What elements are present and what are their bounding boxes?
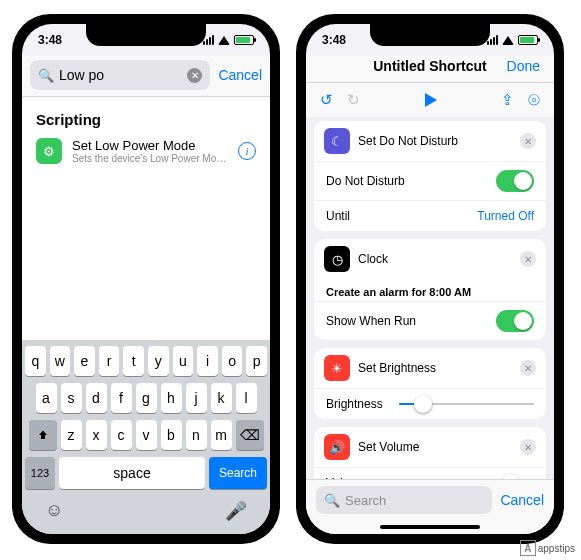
undo-icon[interactable]: ↺ [320, 91, 333, 109]
status-time: 3:48 [38, 33, 62, 47]
moon-icon: ☾ [324, 128, 350, 154]
cancel-button[interactable]: Cancel [500, 492, 544, 508]
search-result-row[interactable]: ⚙ Set Low Power Mode Sets the device's L… [36, 138, 256, 164]
key-j[interactable]: j [186, 383, 207, 413]
until-value[interactable]: Turned Off [477, 209, 534, 223]
emoji-key[interactable]: ☺ [45, 500, 63, 522]
card-title: Set Do Not Disturb [358, 134, 512, 148]
redo-icon: ↻ [347, 91, 360, 109]
home-indicator[interactable] [306, 520, 554, 534]
key-m[interactable]: m [211, 420, 232, 450]
search-key[interactable]: Search [209, 457, 267, 489]
dnd-toggle[interactable] [496, 170, 534, 192]
wifi-icon [218, 36, 230, 45]
clock-icon: ◷ [324, 246, 350, 272]
action-card-volume: 🔊 Set Volume ✕ Volume [314, 427, 546, 479]
battery-icon [234, 35, 254, 45]
key-z[interactable]: z [61, 420, 82, 450]
backspace-key[interactable]: ⌫ [236, 420, 264, 450]
key-p[interactable]: p [246, 346, 267, 376]
show-when-run-toggle[interactable] [496, 310, 534, 332]
card-title: Clock [358, 252, 512, 266]
key-l[interactable]: l [236, 383, 257, 413]
key-k[interactable]: k [211, 383, 232, 413]
key-c[interactable]: c [111, 420, 132, 450]
key-n[interactable]: n [186, 420, 207, 450]
watermark: A appstips [520, 540, 575, 556]
info-icon[interactable]: i [238, 142, 256, 160]
key-y[interactable]: y [148, 346, 169, 376]
low-power-icon: ⚙ [36, 138, 62, 164]
key-w[interactable]: w [50, 346, 71, 376]
search-input[interactable]: 🔍 Low po ✕ [30, 60, 210, 90]
cancel-button[interactable]: Cancel [218, 67, 262, 83]
clear-icon[interactable]: ✕ [187, 68, 202, 83]
brightness-slider[interactable] [399, 403, 534, 405]
play-icon[interactable] [425, 93, 437, 107]
card-title: Set Volume [358, 440, 512, 454]
key-h[interactable]: h [161, 383, 182, 413]
key-g[interactable]: g [136, 383, 157, 413]
row-label: Do Not Disturb [326, 174, 405, 188]
key-q[interactable]: q [25, 346, 46, 376]
row-label: Show When Run [326, 314, 416, 328]
action-card-dnd: ☾ Set Do Not Disturb ✕ Do Not Disturb Un… [314, 121, 546, 231]
search-input[interactable]: 🔍 Search [316, 486, 492, 514]
key-t[interactable]: t [123, 346, 144, 376]
brightness-icon: ☀ [324, 355, 350, 381]
card-subtitle: Create an alarm for 8:00 AM [314, 279, 546, 301]
key-x[interactable]: x [86, 420, 107, 450]
share-icon[interactable]: ⇪ [501, 91, 514, 109]
wifi-icon [502, 36, 514, 45]
key-b[interactable]: b [161, 420, 182, 450]
space-key[interactable]: space [59, 457, 205, 489]
result-subtitle: Sets the device's Low Power Mode to on o… [72, 153, 228, 164]
search-text: Low po [59, 67, 187, 83]
battery-icon [518, 35, 538, 45]
key-a[interactable]: a [36, 383, 57, 413]
key-u[interactable]: u [173, 346, 194, 376]
action-card-brightness: ☀ Set Brightness ✕ Brightness [314, 348, 546, 419]
keyboard: qwertyuiop asdfghjkl zxcvbnm ⌫ 123 space… [22, 340, 270, 534]
search-icon: 🔍 [38, 68, 54, 83]
mic-key[interactable]: 🎤 [225, 500, 247, 522]
key-o[interactable]: o [222, 346, 243, 376]
close-icon[interactable]: ✕ [520, 133, 536, 149]
numbers-key[interactable]: 123 [25, 457, 55, 489]
key-f[interactable]: f [111, 383, 132, 413]
action-card-clock: ◷ Clock ✕ Create an alarm for 8:00 AM Sh… [314, 239, 546, 340]
key-v[interactable]: v [136, 420, 157, 450]
status-time: 3:48 [322, 33, 346, 47]
page-title: Untitled Shortcut [360, 58, 500, 74]
row-label: Brightness [326, 397, 383, 411]
row-label: Until [326, 209, 350, 223]
search-icon: 🔍 [324, 493, 340, 508]
settings-toggle-icon[interactable]: ⦾ [528, 91, 540, 109]
key-e[interactable]: e [74, 346, 95, 376]
key-s[interactable]: s [61, 383, 82, 413]
shift-key[interactable] [29, 420, 57, 450]
key-d[interactable]: d [86, 383, 107, 413]
close-icon[interactable]: ✕ [520, 439, 536, 455]
toolbar: ↺ ↻ ⇪ ⦾ [306, 83, 554, 117]
search-placeholder: Search [345, 493, 386, 508]
section-header: Scripting [36, 111, 256, 128]
volume-icon: 🔊 [324, 434, 350, 460]
done-button[interactable]: Done [500, 58, 540, 74]
key-i[interactable]: i [197, 346, 218, 376]
close-icon[interactable]: ✕ [520, 360, 536, 376]
card-title: Set Brightness [358, 361, 512, 375]
key-r[interactable]: r [99, 346, 120, 376]
close-icon[interactable]: ✕ [520, 251, 536, 267]
result-title: Set Low Power Mode [72, 138, 228, 153]
